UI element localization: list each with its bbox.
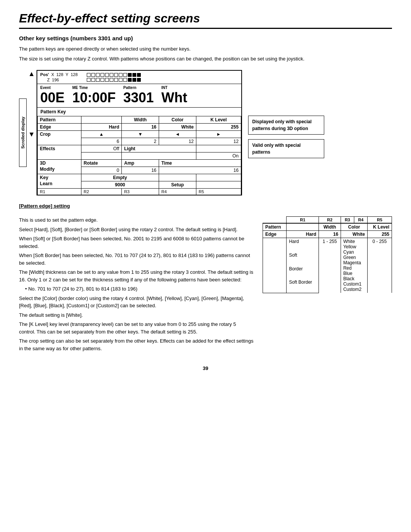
- r5-label: R5: [196, 189, 241, 195]
- rt-r4: R4: [354, 217, 367, 224]
- cb-2-11: [132, 78, 136, 82]
- pattern-edge-content: This is used to set the pattern edge. Se…: [19, 216, 392, 354]
- pe-para2-1: Select the [Color] (border color) using …: [19, 295, 253, 310]
- rt-range-1-255: 1 - 255: [319, 238, 341, 293]
- width-16: 16: [122, 124, 159, 131]
- amp-val: 16: [122, 167, 159, 174]
- pe-para-4: When [Soft Border] has been selected, No…: [19, 252, 253, 267]
- checkbox-row-2: [87, 78, 141, 82]
- cb-1-3: [96, 73, 100, 77]
- rt-color-header: Color: [341, 223, 367, 231]
- cb-1-4: [100, 73, 104, 77]
- col-empty: [81, 116, 121, 124]
- rt-r-header-row: R1 R2 R3 R4 R5: [263, 217, 392, 224]
- callout-3d: Displayed only with special patterns dur…: [248, 116, 324, 135]
- crop-left: ◄: [159, 131, 196, 138]
- event-value: 00E: [40, 90, 65, 106]
- pattern-block: Pattern 3301: [123, 86, 154, 106]
- crop-down: ▼: [122, 131, 159, 138]
- cb-2-5: [105, 78, 109, 82]
- pattern-edge-table-area: R1 R2 R3 R4 R5 Pattern Width Color K Lev…: [263, 216, 392, 293]
- int-value: Wht: [161, 90, 187, 106]
- key-v2: [196, 181, 241, 189]
- edge-label: Edge: [37, 124, 81, 131]
- edge-row: Edge Hard 16 White 255: [37, 124, 241, 131]
- rt-soft: Soft: [287, 252, 319, 265]
- table-header-row: Pattern Width Color K Level: [37, 116, 241, 124]
- pe-bullet: • No. 701 to 707 (24 to 27), 801 to 814 …: [25, 285, 253, 293]
- r2-label: R2: [81, 189, 121, 195]
- rotate-val: 0: [81, 167, 121, 174]
- event-label: Event: [40, 86, 65, 90]
- int-label: INT: [161, 86, 187, 90]
- color-white: White: [159, 124, 196, 131]
- col-width: Width: [122, 116, 159, 124]
- pattern-key-label: Pattern Key: [37, 108, 241, 116]
- screen-top-bar: Pos' X 128 Y 128 Z 196: [37, 71, 241, 84]
- cb-1-1: [87, 73, 91, 77]
- pos-z-label: Z: [47, 78, 50, 82]
- section-heading: Other key settings (numbers 3301 and up): [19, 35, 392, 41]
- cb-1-10: [128, 73, 132, 77]
- effects-v2: [122, 152, 196, 160]
- scroll-down-arrow[interactable]: ▼: [28, 130, 35, 138]
- r1-label: R1: [37, 189, 81, 195]
- cb-1-8: [119, 73, 123, 77]
- rt-r-empty: [263, 217, 287, 224]
- crop-v3: 12: [159, 138, 196, 145]
- rt-options-row: Hard 1 - 255 WhiteYellowCyanGreenMagenta…: [263, 238, 392, 252]
- rt-softborder-c1: [263, 279, 287, 293]
- cb-2-9: [123, 78, 127, 82]
- light-label: Light: [122, 145, 196, 152]
- learn-val: 9000: [81, 181, 159, 189]
- rt-opt-c1: [263, 238, 287, 252]
- pos-z-val: 196: [52, 78, 59, 82]
- 3d-row: 3DModify Rotate Amp Time: [37, 160, 241, 167]
- r4-label: R4: [159, 189, 196, 195]
- setup-val: Setup: [159, 181, 196, 189]
- cb-2-12: [137, 78, 141, 82]
- scrolled-display-label: Scrolled display: [19, 98, 27, 167]
- rt-edge-row: Edge Hard 16 White 255: [263, 231, 392, 238]
- empty-label: Empty: [81, 174, 159, 181]
- cb-2-3: [96, 78, 100, 82]
- metime-block: ME Time 10:00F: [72, 86, 116, 106]
- page-title: Effect-by-effect setting screens: [19, 11, 392, 29]
- metime-label: ME Time: [72, 86, 116, 90]
- rt-col-headers: Pattern Width Color K Level: [263, 223, 392, 231]
- pos-label: Pos': [40, 72, 49, 77]
- metime-value: 10:00F: [72, 90, 116, 106]
- crop-right: ►: [196, 131, 241, 138]
- rt-range-0-255: 0 - 255: [368, 238, 392, 293]
- pos-y-label: Y: [65, 72, 68, 77]
- pe-para2-2: The default setting is [White].: [19, 311, 253, 319]
- scroll-up-arrow[interactable]: ▲: [28, 70, 35, 78]
- cb-1-7: [114, 73, 118, 77]
- cb-1-11: [132, 73, 136, 77]
- key-label: KeyLearn: [37, 174, 81, 189]
- pattern-edge-text: This is used to set the pattern edge. Se…: [19, 216, 253, 354]
- cb-1-5: [105, 73, 109, 77]
- intro-line-2: The size is set using the rotary Z contr…: [19, 55, 392, 63]
- pattern-edge-heading: [Pattern edge] setting: [19, 203, 392, 209]
- pos-x-val: 128: [56, 72, 63, 77]
- crop-v2: 2: [122, 138, 159, 145]
- screen-area: Scrolled display ▲ ▼ Pos' X 128 Y 128 Z …: [19, 70, 392, 195]
- cb-1-2: [91, 73, 95, 77]
- rt-klevel-header: K Level: [368, 223, 392, 231]
- pattern-label: Pattern: [123, 86, 154, 90]
- page-number: 39: [19, 365, 392, 371]
- klevel-255: 255: [196, 124, 241, 131]
- pe-para-5: The [Width] thickness can be set to any …: [19, 268, 253, 283]
- rt-border: Border: [287, 265, 319, 279]
- event-block: Event 00E: [40, 86, 65, 106]
- pattern-value: 3301: [123, 90, 154, 106]
- rt-width-header: Width: [319, 223, 341, 231]
- pos-y-val: 128: [71, 72, 78, 77]
- r3-label: R3: [122, 189, 159, 195]
- rt-hard: Hard: [287, 231, 319, 238]
- pos-block: Pos' X 128 Y 128 Z 196: [40, 72, 78, 82]
- intro-line-1: The pattern keys are opened directly or …: [19, 45, 392, 53]
- pattern-key-header-row: Pattern Key: [37, 108, 241, 116]
- col-pattern: Pattern: [37, 116, 81, 124]
